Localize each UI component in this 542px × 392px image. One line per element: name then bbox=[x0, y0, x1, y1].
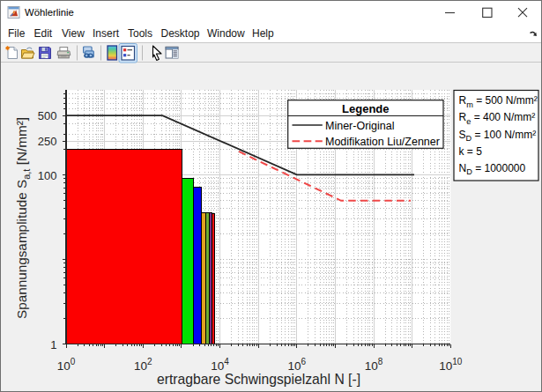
svg-text:Legende: Legende bbox=[342, 102, 389, 115]
svg-text:Spannungsamplitude Sa,t [N/mm²: Spannungsamplitude Sa,t [N/mm²] bbox=[14, 117, 32, 319]
svg-text:Help: Help bbox=[252, 27, 274, 40]
svg-text:Miner-Original: Miner-Original bbox=[325, 120, 395, 132]
svg-text:k = 5: k = 5 bbox=[459, 145, 483, 158]
svg-text:Desktop: Desktop bbox=[161, 27, 200, 40]
svg-text:Tools: Tools bbox=[128, 27, 152, 40]
svg-text:Insert: Insert bbox=[93, 27, 120, 40]
svg-text:ertragbare Schwingspielzahl N: ertragbare Schwingspielzahl N [-] bbox=[157, 372, 360, 387]
svg-text:Wöhlerlinie: Wöhlerlinie bbox=[25, 7, 74, 18]
svg-text:Modifikation Liu/Zenner: Modifikation Liu/Zenner bbox=[325, 136, 440, 148]
svg-text:250: 250 bbox=[38, 135, 57, 148]
svg-text:500: 500 bbox=[38, 109, 57, 122]
svg-text:File: File bbox=[8, 27, 26, 40]
svg-text:1: 1 bbox=[50, 338, 56, 351]
svg-text:100: 100 bbox=[38, 169, 57, 182]
svg-text:View: View bbox=[62, 27, 85, 40]
svg-text:Re = 400 N/mm²: Re = 400 N/mm² bbox=[459, 111, 536, 125]
svg-text:Window: Window bbox=[207, 27, 245, 40]
svg-text:Edit: Edit bbox=[34, 27, 53, 40]
